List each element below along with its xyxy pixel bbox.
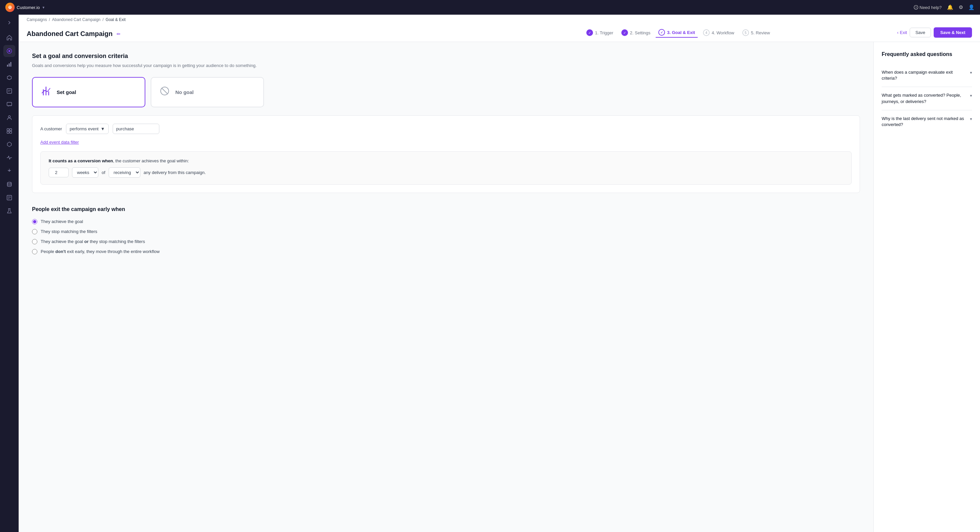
sidebar-item-people[interactable] — [3, 111, 15, 124]
performs-event-dropdown[interactable]: performs event ▼ — [66, 124, 109, 134]
app-name: Customer.io — [17, 5, 40, 10]
event-name-input[interactable] — [113, 124, 159, 134]
step-goal-exit[interactable]: ✓ 3. Goal & Exit — [655, 28, 698, 38]
faq-item-3[interactable]: Why is the last delivery sent not marked… — [882, 110, 972, 133]
breadcrumb-campaigns[interactable]: Campaigns — [27, 18, 47, 22]
svg-point-4 — [8, 50, 10, 52]
header-actions: ‹ Exit Save Save & Next — [889, 25, 980, 41]
faq-chevron-1: ▾ — [970, 70, 972, 76]
exit-option-dont-exit[interactable]: People don't exit early, they move throu… — [32, 249, 860, 254]
section-title: Set a goal and conversion criteria — [32, 53, 860, 60]
svg-rect-7 — [10, 62, 11, 67]
full-header: Abandoned Cart Campaign ✏ ✓ 1. Trigger ✓… — [19, 25, 980, 41]
conversion-row: weeks days hours of receiving sending an… — [49, 167, 843, 178]
step-goal-exit-label: 3. Goal & Exit — [667, 30, 695, 35]
svg-rect-12 — [10, 129, 12, 131]
step-workflow-icon: 4 — [703, 29, 710, 36]
logo-icon — [5, 3, 15, 12]
edit-title-button[interactable]: ✏ — [117, 31, 121, 37]
goal-config: A customer performs event ▼ Add event da… — [32, 115, 860, 193]
sidebar-item-forms[interactable] — [3, 192, 15, 204]
step-review[interactable]: 5 5. Review — [740, 28, 773, 37]
svg-text:?: ? — [915, 6, 917, 10]
faq-title: Frequently asked questions — [882, 51, 972, 57]
settings-icon[interactable]: ⚙ — [959, 4, 963, 10]
page-title: Abandoned Cart Campaign — [27, 30, 113, 38]
notifications-icon[interactable]: 🔔 — [947, 4, 953, 10]
app-chevron: ▼ — [42, 6, 45, 10]
svg-rect-6 — [9, 63, 10, 67]
right-panel: Frequently asked questions When does a c… — [873, 42, 980, 532]
step-trigger-label: 1. Trigger — [595, 30, 613, 35]
faq-chevron-3: ▾ — [970, 116, 972, 122]
sidebar-item-objects[interactable] — [3, 125, 15, 137]
help-button[interactable]: ? Need help? — [914, 5, 942, 10]
faq-item-2[interactable]: What gets marked as converted? People, j… — [882, 87, 972, 110]
svg-rect-5 — [7, 65, 8, 67]
sidebar-item-content[interactable] — [3, 85, 15, 97]
exit-radio-achieve-goal[interactable] — [32, 219, 37, 225]
sidebar-item-campaigns[interactable] — [3, 45, 15, 57]
receiving-select[interactable]: receiving sending — [109, 167, 140, 178]
exit-radio-dont-exit[interactable] — [32, 249, 37, 254]
sidebar-item-activity[interactable] — [3, 152, 15, 164]
no-goal-card[interactable]: No goal — [151, 77, 264, 107]
breadcrumb-campaign[interactable]: Abandoned Cart Campaign — [52, 18, 100, 22]
of-label: of — [102, 170, 105, 175]
exit-radio-achieve-or-stop[interactable] — [32, 239, 37, 244]
svg-line-19 — [162, 88, 168, 94]
sidebar-item-messages[interactable] — [3, 98, 15, 110]
conversion-config: It counts as a conversion when, the cust… — [40, 151, 852, 185]
svg-point-15 — [9, 170, 10, 172]
step-review-label: 5. Review — [751, 30, 770, 35]
svg-rect-13 — [7, 131, 9, 133]
step-trigger[interactable]: ✓ 1. Trigger — [584, 28, 616, 37]
no-goal-icon — [159, 86, 170, 99]
add-filter-link[interactable]: Add event data filter — [40, 140, 79, 145]
breadcrumb: Campaigns / Abandoned Cart Campaign / Go… — [19, 15, 980, 25]
sidebar-item-segments[interactable] — [3, 139, 15, 150]
dropdown-chevron: ▼ — [101, 126, 105, 131]
set-goal-icon — [41, 86, 51, 99]
faq-question-1: When does a campaign evaluate exit crite… — [882, 69, 972, 81]
svg-point-0 — [8, 6, 12, 9]
left-panel: Set a goal and conversion criteria Goals… — [19, 42, 873, 532]
exit-option-achieve-or-stop[interactable]: They achieve the goal or they stop match… — [32, 239, 860, 244]
svg-rect-9 — [7, 102, 12, 106]
step-settings-label: 2. Settings — [630, 30, 650, 35]
set-goal-label: Set goal — [57, 89, 76, 95]
sidebar-item-data[interactable] — [3, 178, 15, 190]
sidebar-item-integrations[interactable] — [3, 165, 15, 177]
a-customer-label: A customer — [40, 126, 62, 131]
breadcrumb-current: Goal & Exit — [106, 18, 126, 22]
sidebar-item-home[interactable] — [3, 32, 15, 44]
steps-nav: ✓ 1. Trigger ✓ 2. Settings ✓ 3. Goal & E… — [467, 28, 889, 41]
exit-radio-stop-matching[interactable] — [32, 229, 37, 234]
exit-option-achieve-goal[interactable]: They achieve the goal — [32, 219, 860, 225]
step-workflow[interactable]: 4 4. Workflow — [700, 28, 737, 37]
conversion-text: It counts as a conversion when, the cust… — [49, 158, 843, 163]
svg-rect-14 — [10, 131, 12, 133]
faq-question-2: What gets marked as converted? People, j… — [882, 92, 972, 104]
step-trigger-icon: ✓ — [586, 29, 593, 36]
profile-icon[interactable]: 👤 — [968, 4, 975, 10]
exit-button[interactable]: ‹ Exit — [897, 30, 907, 35]
goal-event-row: A customer performs event ▼ — [40, 124, 852, 134]
set-goal-card[interactable]: Set goal — [32, 77, 145, 107]
faq-chevron-2: ▾ — [970, 93, 972, 99]
save-button[interactable]: Save — [910, 28, 931, 37]
save-next-button[interactable]: Save & Next — [934, 27, 972, 38]
sidebar-collapse-button[interactable] — [5, 19, 13, 28]
sidebar-item-analytics[interactable] — [3, 58, 15, 70]
step-settings-icon: ✓ — [621, 29, 628, 36]
app-layout: Campaigns / Abandoned Cart Campaign / Go… — [0, 15, 980, 532]
duration-input[interactable] — [49, 168, 68, 177]
step-settings[interactable]: ✓ 2. Settings — [619, 28, 653, 37]
duration-unit-select[interactable]: weeks days hours — [72, 167, 98, 178]
exit-option-stop-matching[interactable]: They stop matching the filters — [32, 229, 860, 234]
app-logo[interactable]: Customer.io ▼ — [5, 3, 45, 12]
sidebar-item-experiments[interactable] — [3, 205, 15, 217]
faq-item-1[interactable]: When does a campaign evaluate exit crite… — [882, 64, 972, 87]
sidebar-item-broadcast[interactable] — [3, 72, 15, 84]
svg-point-16 — [7, 182, 11, 184]
